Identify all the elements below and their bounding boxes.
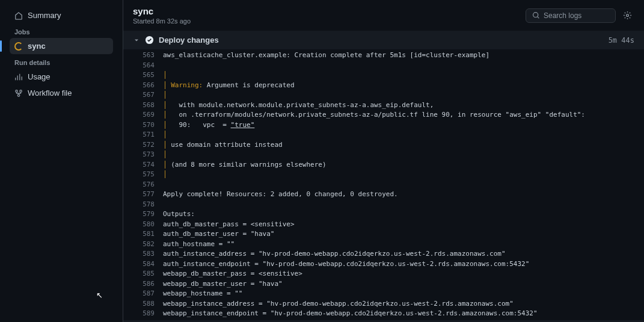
log-line: 586webapp_db_master_user = "hava"	[123, 279, 644, 289]
job-sync-label: sync	[28, 42, 46, 51]
nav-usage[interactable]: Usage	[10, 69, 113, 85]
nav-summary[interactable]: Summary	[10, 7, 113, 23]
search-input[interactable]	[544, 11, 609, 20]
sidebar: Summary Jobs sync Run details Usage Work…	[0, 0, 123, 322]
svg-point-3	[533, 13, 538, 17]
log-line: 569│ on .terraform/modules/network.priva…	[123, 110, 644, 120]
spinner-icon	[14, 42, 23, 51]
log-line: 573│	[123, 150, 644, 160]
log-line: 580auth_db_master_pass = <sensitive>	[123, 220, 644, 230]
step-run-header[interactable]: run 2m 45s	[123, 320, 644, 323]
log-line: 584auth_instance_endpoint = "hv-prod-dem…	[123, 259, 644, 270]
started-time: Started 8m 32s ago	[133, 17, 191, 25]
chevron-down-icon	[133, 37, 140, 44]
log-line: 575│	[123, 170, 644, 180]
workflow-icon	[14, 89, 23, 98]
log-line: 574│ (and 8 more similar warnings elsewh…	[123, 160, 644, 170]
log-line: 571│	[123, 130, 644, 140]
log-line: 579Outputs:	[123, 209, 644, 220]
log-line: 565│	[123, 70, 644, 81]
nav-workflow-label: Workflow file	[28, 88, 72, 98]
header: sync Started 8m 32s ago	[123, 0, 644, 31]
step-deploy-header[interactable]: Deploy changes 5m 44s	[123, 31, 644, 49]
step-deploy-log[interactable]: 563aws_elasticache_cluster.example: Crea…	[123, 49, 644, 320]
nav-usage-label: Usage	[28, 72, 51, 81]
graph-icon	[14, 73, 23, 81]
log-line: 570│ 90: vpc = "true"	[123, 120, 644, 131]
log-line: 566│ Warning: Argument is deprecated	[123, 81, 644, 91]
log-line: 588webapp_instance_address = "hv-prod-de…	[123, 299, 644, 309]
check-circle-icon	[145, 36, 154, 45]
log-line: 568│ with module.network.module.private_…	[123, 101, 644, 111]
log-line: 587webapp_hostname = ""	[123, 289, 644, 299]
jobs-section-label: Jobs	[10, 23, 113, 38]
log-line: 572│ use domain attribute instead	[123, 140, 644, 150]
nav-summary-label: Summary	[28, 11, 61, 20]
log-line: 581auth_db_master_user = "hava"	[123, 229, 644, 240]
svg-point-4	[627, 14, 629, 17]
log-line: 576	[123, 180, 644, 190]
nav-workflow-file[interactable]: Workflow file	[10, 85, 113, 101]
svg-point-2	[17, 94, 20, 96]
settings-button[interactable]	[621, 8, 634, 22]
search-logs[interactable]	[526, 8, 616, 23]
step-deploy-duration: 5m 44s	[609, 36, 634, 45]
log-line: 585webapp_db_master_pass = <sensitive>	[123, 269, 644, 279]
page-title: sync	[133, 6, 191, 16]
log-line: 563aws_elasticache_cluster.example: Crea…	[123, 51, 644, 61]
run-details-label: Run details	[10, 54, 113, 69]
main-panel: sync Started 8m 32s ago Deploy chang	[123, 0, 644, 322]
job-sync[interactable]: sync	[10, 38, 113, 54]
gear-icon	[623, 11, 632, 20]
home-icon	[14, 11, 23, 20]
svg-point-0	[16, 90, 18, 92]
step-deploy-title: Deploy changes	[159, 36, 604, 45]
log-line: 582auth_hostname = ""	[123, 240, 644, 250]
log-line: 589webapp_instance_endpoint = "hv-prod-d…	[123, 309, 644, 319]
log-line: 583auth_instance_address = "hv-prod-demo…	[123, 249, 644, 259]
log-line: 578	[123, 200, 644, 210]
search-icon	[532, 11, 540, 19]
svg-point-1	[20, 90, 22, 92]
log-line: 577Apply complete! Resources: 2 added, 0…	[123, 190, 644, 200]
log-line: 564	[123, 61, 644, 71]
log-line: 567│	[123, 90, 644, 101]
